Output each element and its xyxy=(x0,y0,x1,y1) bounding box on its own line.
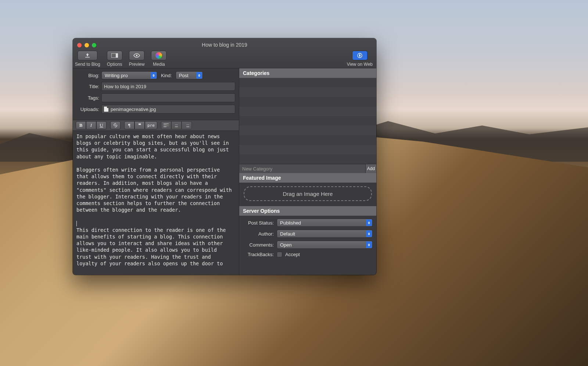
editor-body-1: In popular culture we most often hear ab… xyxy=(76,133,235,213)
toolbar-view-web[interactable]: View on Web xyxy=(347,51,373,67)
text-cursor xyxy=(76,221,77,226)
select-arrows-icon xyxy=(366,230,372,237)
left-column: Blog: Writing pro Kind: Post xyxy=(73,68,239,275)
blog-select-value: Writing pro xyxy=(105,73,128,78)
align-left-button[interactable] xyxy=(161,121,171,129)
select-arrows-icon xyxy=(366,219,372,226)
kind-select-value: Post xyxy=(179,73,189,78)
eye-icon xyxy=(133,53,140,58)
categories-list[interactable] xyxy=(239,78,376,164)
toolbar-media[interactable]: Media xyxy=(151,51,166,67)
window-title: How to blog in 2019 xyxy=(73,42,376,48)
upload-icon xyxy=(85,53,90,58)
category-row xyxy=(239,116,376,126)
editor-textarea[interactable]: In popular culture we most often hear ab… xyxy=(73,131,239,275)
panel-icon xyxy=(111,53,118,58)
tags-label: Tags: xyxy=(74,95,101,101)
post-status-select[interactable]: Published xyxy=(277,219,373,227)
underline-button[interactable]: U xyxy=(96,121,107,129)
dropzone-label: Drag an Image Here xyxy=(283,191,333,197)
select-arrows-icon xyxy=(151,72,157,79)
uploads-field[interactable]: penimagecreative.jpg xyxy=(101,105,235,114)
comments-value: Open xyxy=(280,242,292,248)
category-row xyxy=(239,135,376,145)
add-category-button[interactable]: Add xyxy=(365,164,376,173)
server-options-header: Server Options xyxy=(239,206,376,216)
author-label: Author: xyxy=(243,231,274,237)
comments-label: Comments: xyxy=(243,242,274,248)
toolbar-preview[interactable]: Preview xyxy=(129,51,145,67)
kind-label: Kind: xyxy=(161,73,172,78)
author-value: Default xyxy=(280,231,295,237)
align-center-button[interactable] xyxy=(171,121,182,129)
title-input[interactable] xyxy=(101,82,235,91)
toolbar-send-label: Send to Blog xyxy=(75,62,100,67)
category-row xyxy=(239,87,376,97)
bold-button[interactable]: B xyxy=(76,121,86,129)
post-status-label: Post Status: xyxy=(243,220,274,226)
post-status-value: Published xyxy=(280,220,301,226)
quote-button[interactable]: ❝ xyxy=(135,121,145,129)
italic-button[interactable]: I xyxy=(86,121,96,129)
trackbacks-checkbox[interactable] xyxy=(277,252,282,257)
titlebar: How to blog in 2019 Send to Blog Options… xyxy=(73,38,376,68)
format-toolbar: B I U ¶ ❝ pre xyxy=(73,120,239,131)
align-right-button[interactable] xyxy=(182,121,192,129)
title-label: Title: xyxy=(74,84,101,89)
uploads-label: Uploads: xyxy=(74,107,101,112)
pre-button[interactable]: pre xyxy=(145,121,157,129)
editor-body-2: This direct connection to the reader is … xyxy=(76,227,229,266)
toolbar-preview-label: Preview xyxy=(129,62,145,67)
category-row xyxy=(239,107,376,116)
svg-rect-0 xyxy=(85,57,90,58)
svg-point-3 xyxy=(136,55,137,56)
align-right-icon xyxy=(184,123,189,127)
app-window: How to blog in 2019 Send to Blog Options… xyxy=(73,38,376,275)
category-row xyxy=(239,78,376,87)
tags-input[interactable] xyxy=(101,93,235,102)
select-arrows-icon xyxy=(196,72,202,79)
featured-image-header: Featured Image xyxy=(239,173,376,183)
trackbacks-accept-label: Accept xyxy=(285,252,300,257)
select-arrows-icon xyxy=(366,241,372,248)
category-row xyxy=(239,145,376,154)
new-category-input[interactable] xyxy=(239,164,365,173)
media-icon xyxy=(155,52,162,59)
kind-select[interactable]: Post xyxy=(176,71,203,79)
right-sidebar: Categories Add Featured Image Drag an Im… xyxy=(239,68,376,275)
author-select[interactable]: Default xyxy=(277,230,373,238)
toolbar-options-label: Options xyxy=(107,62,122,67)
toolbar-send[interactable]: Send to Blog xyxy=(75,51,100,67)
align-left-icon xyxy=(164,123,169,127)
category-row xyxy=(239,126,376,135)
trackbacks-label: TrackBacks: xyxy=(243,252,274,257)
svg-rect-2 xyxy=(116,53,118,58)
comments-select[interactable]: Open xyxy=(277,241,373,249)
compass-icon xyxy=(357,53,362,58)
align-center-icon xyxy=(174,123,179,127)
link-button[interactable] xyxy=(110,121,121,129)
file-icon xyxy=(104,107,108,112)
toolbar-options[interactable]: Options xyxy=(107,51,122,67)
blog-label: Blog: xyxy=(74,73,101,78)
featured-image-dropzone[interactable]: Drag an Image Here xyxy=(244,186,372,201)
category-row xyxy=(239,154,376,164)
blog-select[interactable]: Writing pro xyxy=(101,71,157,79)
paragraph-button[interactable]: ¶ xyxy=(124,121,135,129)
toolbar-media-label: Media xyxy=(153,62,165,67)
categories-header: Categories xyxy=(239,68,376,78)
toolbar-view-web-label: View on Web xyxy=(347,62,373,67)
category-row xyxy=(239,97,376,107)
link-icon xyxy=(113,123,118,128)
uploads-filename: penimagecreative.jpg xyxy=(111,107,156,112)
